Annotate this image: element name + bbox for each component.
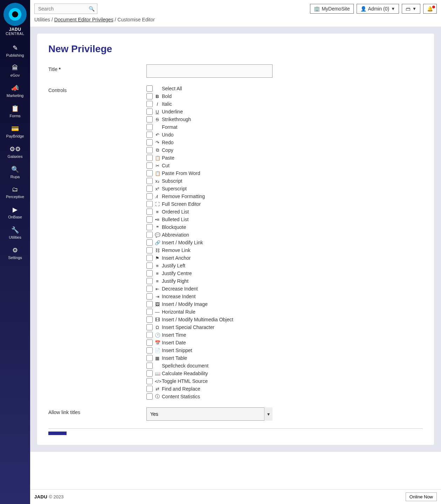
control-checkbox[interactable] [146,332,153,338]
control-item[interactable]: ↷Redo [146,139,273,146]
control-item[interactable]: 📋Paste [146,155,273,161]
control-checkbox[interactable] [146,186,153,192]
breadcrumb-link[interactable]: Document Editor Privileges [54,17,113,22]
allow-link-titles-select[interactable]: Yes [146,407,273,421]
control-item[interactable]: x₂Subscript [146,178,273,184]
control-item[interactable]: 🔗Insert / Modify Link [146,239,273,246]
control-item[interactable]: 📋Paste From Word [146,170,273,176]
control-checkbox[interactable] [146,170,153,176]
sidebar-item-publishing[interactable]: ✎Publishing [0,41,30,61]
online-now-button[interactable]: Online Now [406,492,437,501]
control-checkbox[interactable] [146,116,153,122]
control-item[interactable]: ⇥Increase Indent [146,293,273,300]
control-checkbox[interactable] [146,216,153,223]
control-checkbox[interactable] [146,155,153,161]
control-checkbox[interactable] [146,108,153,115]
control-item[interactable]: 🖼Insert / Modify Image [146,301,273,307]
control-checkbox[interactable] [146,393,153,400]
control-checkbox[interactable] [146,378,153,384]
control-item[interactable]: ⇄Find and Replace [146,386,273,392]
sidebar-item-perceptive[interactable]: 🗂Perceptive [0,182,30,202]
control-item[interactable]: 🎞Insert / Modify Multimedia Object [146,316,273,323]
sidebar-item-paybridge[interactable]: 💳PayBridge [0,121,30,142]
control-checkbox[interactable] [146,139,153,146]
control-checkbox[interactable] [146,162,153,169]
control-checkbox[interactable] [146,262,153,269]
sidebar-item-marketing[interactable]: 📣Marketing [0,81,30,101]
control-checkbox[interactable] [146,293,153,300]
control-checkbox[interactable] [146,239,153,246]
search-icon[interactable]: 🔍 [89,6,95,12]
control-item[interactable]: —Horizontal Rule [146,309,273,315]
control-item[interactable]: ❝Blockquote [146,224,273,230]
archive-menu-button[interactable]: 🗃 ▼ [402,4,420,14]
control-item[interactable]: Spellcheck document [146,363,273,369]
notifications-button[interactable]: 🔔 [423,4,437,14]
control-item[interactable]: ✂Cut [146,162,273,169]
control-checkbox[interactable] [146,324,153,330]
control-item[interactable]: BBold [146,93,273,99]
control-checkbox[interactable] [146,301,153,307]
control-item[interactable]: ⇤Decrease Indent [146,286,273,292]
control-item[interactable]: SStrikethrough [146,116,273,122]
sidebar-item-egov[interactable]: 🏛eGov [0,61,30,81]
control-item[interactable]: ≡Justify Right [146,278,273,284]
search-input[interactable] [34,4,97,14]
control-item[interactable]: ΩInsert Special Character [146,324,273,330]
control-checkbox[interactable] [146,270,153,276]
control-item[interactable]: ≡Ordered List [146,209,273,215]
control-item[interactable]: ≡Justify Left [146,262,273,269]
save-button[interactable] [48,432,67,435]
control-checkbox[interactable] [146,101,153,107]
control-item[interactable]: 📖Calculate Readability [146,370,273,377]
control-checkbox[interactable] [146,147,153,153]
control-checkbox[interactable] [146,386,153,392]
control-checkbox[interactable] [146,85,153,92]
title-input[interactable] [146,64,273,78]
control-item[interactable]: ⧉Copy [146,147,273,153]
control-item[interactable]: 🕑Insert Time [146,332,273,338]
control-item[interactable]: </>Toggle HTML Source [146,378,273,384]
control-checkbox[interactable] [146,363,153,369]
control-checkbox[interactable] [146,232,153,238]
control-item[interactable]: I̷Remove Formatting [146,193,273,200]
control-checkbox[interactable] [146,247,153,253]
control-checkbox[interactable] [146,347,153,354]
control-checkbox[interactable] [146,124,153,130]
control-checkbox[interactable] [146,93,153,99]
control-checkbox[interactable] [146,309,153,315]
control-item[interactable]: ⛶Full Screen Editor [146,201,273,207]
sidebar-item-settings[interactable]: ⚙Settings [0,243,30,263]
control-item[interactable]: 📄Insert Snippet [146,347,273,354]
sidebar-item-onbase[interactable]: ▶OnBase [0,202,30,223]
control-item[interactable]: Format [146,124,273,130]
control-item[interactable]: ▦Insert Table [146,355,273,361]
control-item[interactable]: ⚑Insert Anchor [146,255,273,261]
control-item[interactable]: UUnderline [146,108,273,115]
control-checkbox[interactable] [146,355,153,361]
control-item[interactable]: IItalic [146,101,273,107]
control-checkbox[interactable] [146,132,153,138]
control-item[interactable]: ⛓Remove Link [146,247,273,253]
site-button[interactable]: 🏢 MyDemoSite [310,4,353,14]
sidebar-item-galaxies[interactable]: ⚙⚙Galaxies [0,142,30,162]
brand-logo[interactable] [3,2,27,27]
control-checkbox[interactable] [146,224,153,230]
breadcrumb-root[interactable]: Utilities [34,17,50,22]
control-checkbox[interactable] [146,286,153,292]
control-item[interactable]: Select All [146,85,273,92]
control-checkbox[interactable] [146,209,153,215]
sidebar-item-rupa[interactable]: 🔍Rupa [0,162,30,182]
control-checkbox[interactable] [146,201,153,207]
control-checkbox[interactable] [146,178,153,184]
control-item[interactable]: ↶Undo [146,132,273,138]
control-checkbox[interactable] [146,255,153,261]
control-item[interactable]: x²Superscript [146,186,273,192]
control-item[interactable]: ⓘContent Statistics [146,393,273,400]
sidebar-item-utilities[interactable]: 🔧Utilities [0,223,30,243]
control-item[interactable]: •≡Bulleted List [146,216,273,223]
sidebar-item-forms[interactable]: 📋Forms [0,101,30,121]
control-checkbox[interactable] [146,340,153,346]
control-item[interactable]: 💬Abbreviation [146,232,273,238]
admin-menu-button[interactable]: 👤 Admin (0) ▼ [357,4,399,14]
